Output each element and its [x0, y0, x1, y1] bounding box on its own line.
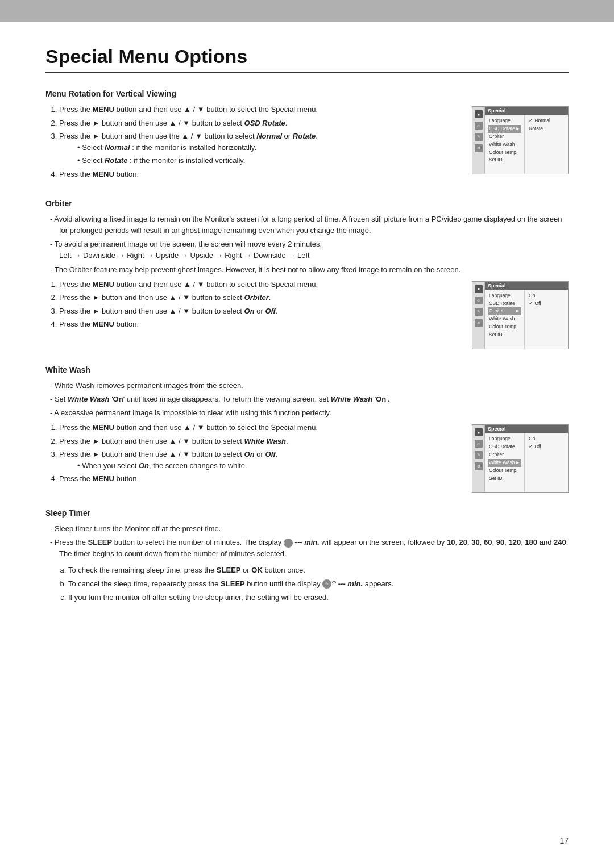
- list-item: Avoid allowing a fixed image to remain o…: [50, 214, 569, 236]
- osd-item-selected: White Wash ►: [488, 459, 521, 467]
- list-item: The Orbiter feature may help prevent gho…: [50, 264, 569, 276]
- osd-icon-2: ☺: [475, 440, 483, 448]
- osd-image-orbiter: ■ ☺ ✎ ⊕ Special Language OSD Rotate: [472, 281, 569, 349]
- section-title-menu-rotation: Menu Rotation for Vertical Viewing: [45, 89, 569, 98]
- osd-icon-2: ☺: [475, 122, 483, 130]
- osd-item: Colour Temp.: [488, 149, 521, 157]
- section-title-orbiter: Orbiter: [45, 199, 569, 208]
- osd-col2: Normal Rotate: [525, 115, 556, 174]
- top-bar: [0, 0, 614, 22]
- orbiter-body: Press the MENU button and then use ▲ / ▼…: [45, 279, 569, 349]
- osd-item: White Wash: [488, 141, 521, 149]
- list-item: Press the ► button and then use ▲ / ▼ bu…: [59, 118, 460, 129]
- osd-menu-items: Language OSD Rotate Orbiter ► White Wash…: [485, 290, 568, 349]
- orbiter-bullets: Avoid allowing a fixed image to remain o…: [50, 214, 569, 276]
- osd-main-orbiter: Special Language OSD Rotate Orbiter ► Wh…: [485, 282, 568, 349]
- list-item: Press the ► button and then use ▲ / ▼ bu…: [59, 292, 460, 303]
- osd-item: Orbiter: [488, 133, 521, 141]
- section-white-wash: White Wash White Wash removes permanent …: [45, 365, 569, 493]
- list-item: If you turn the monitor off after settin…: [68, 592, 569, 603]
- list-item: Press the MENU button and then use ▲ / ▼…: [59, 422, 460, 433]
- osd-item: On: [528, 292, 553, 300]
- osd-item-selected: OSD Rotate ►: [488, 125, 521, 133]
- list-item: Select Normal : if the monitor is instal…: [77, 142, 460, 153]
- osd-item: Language: [488, 117, 521, 125]
- osd-col1: Language OSD Rotate Orbiter ► White Wash…: [485, 290, 525, 349]
- osd-image-rotation: ■ ☺ ✎ ⊕ Special Language OSD Rotate ►: [472, 106, 569, 174]
- osd-icon-3: ✎: [475, 133, 483, 141]
- section-title-white-wash: White Wash: [45, 365, 569, 374]
- osd-icon-1: ■: [475, 428, 483, 436]
- osd-item: On: [528, 435, 553, 443]
- section-menu-rotation: Menu Rotation for Vertical Viewing Press…: [45, 89, 569, 183]
- list-item: When you select On, the screen changes t…: [77, 460, 460, 471]
- osd-icons: ■ ☺ ✎ ⊕: [472, 282, 485, 349]
- list-item: Press the MENU button.: [59, 319, 460, 330]
- osd-item: Language: [488, 435, 521, 443]
- list-item: Press the MENU button.: [59, 169, 460, 180]
- osd-box-rotation: ■ ☺ ✎ ⊕ Special Language OSD Rotate ►: [472, 106, 569, 174]
- osd-item: Language: [488, 292, 521, 300]
- osd-icon-2: ☺: [475, 297, 483, 304]
- osd-item: OSD Rotate: [488, 300, 521, 308]
- list-item: Select Rotate : if the monitor is instal…: [77, 155, 460, 166]
- list-item: Set White Wash 'On' until fixed image di…: [50, 394, 569, 405]
- list-item: Press the ► button and then use the ▲ / …: [59, 131, 460, 166]
- sleep-timer-bullets: Sleep timer turns the Monitor off at the…: [50, 523, 569, 560]
- osd-icon-4: ⊕: [475, 144, 483, 152]
- orbiter-steps: Press the MENU button and then use ▲ / ▼…: [59, 279, 460, 330]
- osd-item: Set ID: [488, 331, 521, 339]
- sleep-icon-2: ⊙25: [322, 578, 336, 590]
- osd-icon-4: ⊕: [475, 319, 483, 327]
- osd-item: OSD Rotate: [488, 443, 521, 451]
- osd-item: Set ID: [488, 156, 521, 164]
- osd-header: Special: [485, 282, 568, 290]
- osd-col2: On Off: [525, 433, 556, 492]
- osd-menu-items: Language OSD Rotate ► Orbiter White Wash…: [485, 115, 568, 174]
- orbiter-text: Press the MENU button and then use ▲ / ▼…: [45, 279, 460, 333]
- list-item: Press the MENU button and then use ▲ / ▼…: [59, 104, 460, 115]
- osd-icon-3: ✎: [475, 308, 483, 316]
- page-title: Special Menu Options: [45, 45, 569, 73]
- osd-icon-3: ✎: [475, 451, 483, 459]
- white-wash-bullets: White Wash removes permanent images from…: [50, 380, 569, 419]
- section-orbiter: Orbiter Avoid allowing a fixed image to …: [45, 199, 569, 349]
- section-sleep-timer: Sleep Timer Sleep timer turns the Monito…: [45, 508, 569, 603]
- osd-box-orbiter: ■ ☺ ✎ ⊕ Special Language OSD Rotate: [472, 281, 569, 349]
- white-wash-steps: Press the MENU button and then use ▲ / ▼…: [59, 422, 460, 485]
- menu-rotation-steps: Press the MENU button and then use ▲ / ▼…: [59, 104, 460, 180]
- osd-box-white-wash: ■ ☺ ✎ ⊕ Special Language OSD Rotate: [472, 424, 569, 493]
- osd-header: Special: [485, 425, 568, 433]
- osd-image-white-wash: ■ ☺ ✎ ⊕ Special Language OSD Rotate: [472, 424, 569, 493]
- osd-item-checked: Normal: [528, 117, 553, 125]
- list-item: Press the SLEEP button to select the num…: [50, 537, 569, 560]
- osd-item: Colour Temp.: [488, 323, 521, 331]
- list-item: To cancel the sleep time, repeatedly pre…: [68, 578, 569, 590]
- osd-menu-items: Language OSD Rotate Orbiter White Wash ►…: [485, 433, 568, 492]
- list-item: Press the ► button and then use ▲ / ▼ bu…: [59, 306, 460, 317]
- content: Special Menu Options Menu Rotation for V…: [45, 45, 569, 603]
- menu-rotation-text: Press the MENU button and then use ▲ / ▼…: [45, 104, 460, 183]
- osd-icon-4: ⊕: [475, 462, 483, 470]
- osd-col1: Language OSD Rotate ► Orbiter White Wash…: [485, 115, 525, 174]
- sleep-timer-alpha-steps: To check the remaining sleep time, press…: [68, 565, 569, 603]
- osd-item: Orbiter: [488, 451, 521, 459]
- osd-item: White Wash: [488, 315, 521, 323]
- osd-item: Set ID: [488, 475, 521, 483]
- osd-header: Special: [485, 107, 568, 115]
- list-item: White Wash removes permanent images from…: [50, 380, 569, 391]
- white-wash-substep: When you select On, the screen changes t…: [77, 460, 460, 471]
- osd-item-checked: Off: [528, 443, 553, 451]
- osd-item: Colour Temp.: [488, 467, 521, 475]
- list-item: To check the remaining sleep time, press…: [68, 565, 569, 576]
- list-item: Press the ► button and then use ▲ / ▼ bu…: [59, 449, 460, 471]
- osd-main-white-wash: Special Language OSD Rotate Orbiter Whit…: [485, 425, 568, 492]
- osd-col1: Language OSD Rotate Orbiter White Wash ►…: [485, 433, 525, 492]
- osd-icons: ■ ☺ ✎ ⊕: [472, 425, 485, 492]
- osd-col2: On Off: [525, 290, 556, 349]
- white-wash-body: Press the MENU button and then use ▲ / ▼…: [45, 422, 569, 493]
- page: Special Menu Options Menu Rotation for V…: [0, 0, 614, 868]
- sleep-icon: ⊙: [284, 539, 293, 548]
- page-number: 17: [559, 836, 569, 845]
- menu-rotation-body: Press the MENU button and then use ▲ / ▼…: [45, 104, 569, 183]
